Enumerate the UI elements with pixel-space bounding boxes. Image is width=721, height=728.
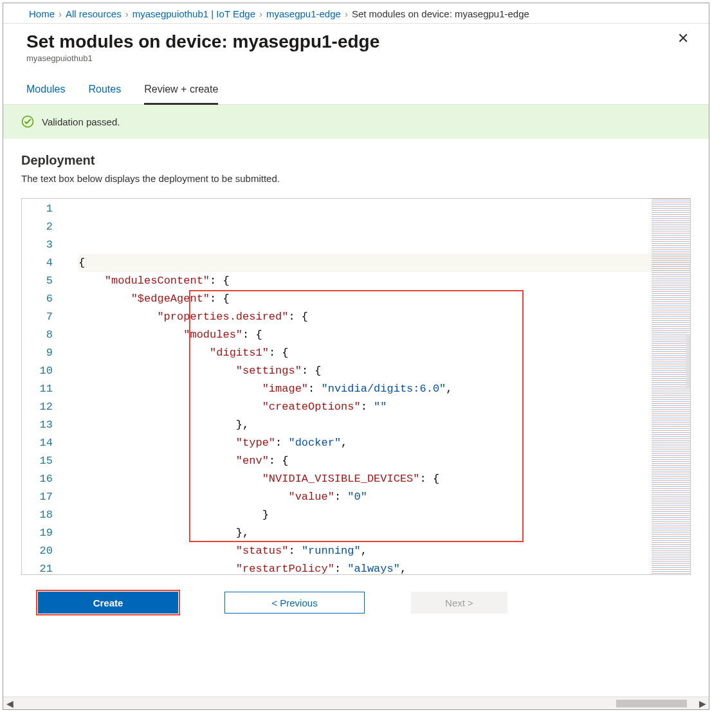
code-line[interactable]: "NVIDIA_VISIBLE_DEVICES": { [78,470,690,488]
code-line[interactable]: } [78,506,690,524]
create-button[interactable]: Create [38,592,178,614]
section-heading-deployment: Deployment [21,153,691,168]
code-line[interactable]: "modules": { [78,326,690,344]
close-icon[interactable]: ✕ [674,32,692,46]
chevron-right-icon: › [125,8,129,19]
line-number: 16 [22,470,53,488]
code-line[interactable]: "restartPolicy": "always", [78,560,690,574]
line-number: 20 [22,542,53,560]
code-line[interactable]: }, [78,416,690,434]
line-number: 1 [22,200,53,218]
chevron-right-icon: › [345,8,348,19]
check-circle-icon [21,115,34,128]
line-number: 8 [22,326,53,344]
line-number: 9 [22,344,53,362]
code-line[interactable]: "createOptions": "" [78,398,690,416]
page-title: Set modules on device: myasegpu1-edge [26,32,379,52]
breadcrumb-item[interactable]: myasegpuiothub1 | IoT Edge [132,8,255,19]
scroll-right-icon[interactable]: ▶ [697,698,707,709]
horizontal-scrollbar[interactable]: ◀ ▶ [3,696,709,709]
validation-message: Validation passed. [42,116,120,127]
line-number: 19 [22,524,53,542]
scroll-left-icon[interactable]: ◀ [5,698,15,709]
line-number: 3 [22,236,53,254]
line-number: 4 [22,254,53,272]
scroll-thumb[interactable] [616,700,687,707]
line-number: 2 [22,218,53,236]
line-number: 7 [22,308,53,326]
next-button: Next > [411,592,507,614]
deployment-json-editor[interactable]: 123456789101112131415161718192021 { "mod… [21,198,691,575]
breadcrumb-item: Set modules on device: myasegpu1-edge [352,8,529,19]
section-description: The text box below displays the deployme… [21,173,691,184]
tab-review-create[interactable]: Review + create [144,77,218,104]
chevron-right-icon: › [259,8,262,19]
line-number: 18 [22,506,53,524]
line-number: 17 [22,488,53,506]
line-number: 11 [22,380,53,398]
tab-routes[interactable]: Routes [88,77,121,104]
breadcrumb-item[interactable]: Home [29,8,55,19]
code-line[interactable]: "properties.desired": { [78,308,690,326]
editor-minimap[interactable] [652,199,690,574]
breadcrumb-item[interactable]: All resources [66,8,122,19]
code-line[interactable]: }, [78,524,690,542]
code-line[interactable]: "settings": { [78,362,690,380]
line-number: 5 [22,272,53,290]
line-number: 14 [22,434,53,452]
previous-button[interactable]: < Previous [224,592,365,614]
code-line[interactable]: { [78,254,690,272]
line-number: 21 [22,560,53,574]
line-number: 12 [22,398,53,416]
page-subtitle: myasegpuiothub1 [26,53,379,63]
code-line[interactable]: "modulesContent": { [78,272,690,290]
code-line[interactable]: "value": "0" [78,488,690,506]
code-line[interactable]: "env": { [78,452,690,470]
code-line[interactable]: "status": "running", [78,542,690,560]
validation-banner: Validation passed. [3,105,709,139]
line-number: 6 [22,290,53,308]
code-line[interactable]: "image": "nvidia/digits:6.0", [78,380,690,398]
tabs: Modules Routes Review + create [3,77,709,105]
line-number: 10 [22,362,53,380]
line-number: 13 [22,416,53,434]
line-number: 15 [22,452,53,470]
tab-modules[interactable]: Modules [26,77,65,104]
code-line[interactable]: "$edgeAgent": { [78,290,690,308]
code-line[interactable]: "type": "docker", [78,434,690,452]
breadcrumb: Home›All resources›myasegpuiothub1 | IoT… [3,3,709,24]
breadcrumb-item[interactable]: myasegpu1-edge [266,8,341,19]
code-line[interactable]: "digits1": { [78,344,690,362]
chevron-right-icon: › [59,8,62,19]
